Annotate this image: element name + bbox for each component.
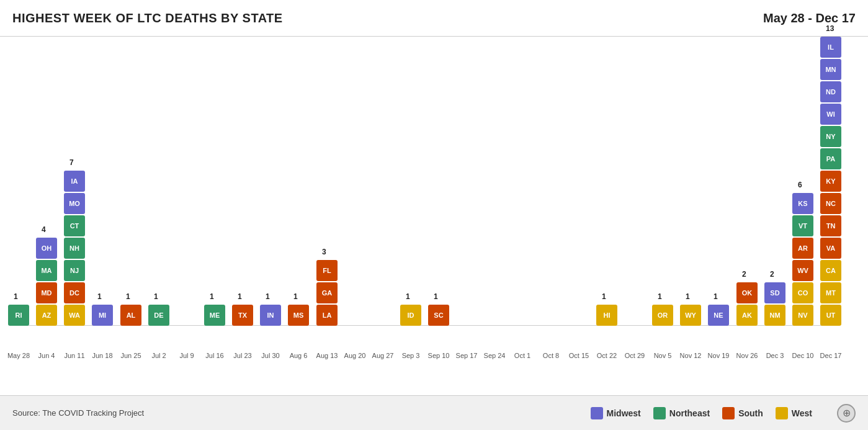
x-label-nov26: Nov 26 bbox=[736, 352, 758, 359]
state-block-ms: MS bbox=[288, 305, 309, 326]
count-label-sep10: 1 bbox=[434, 292, 438, 301]
state-block-pa: PA bbox=[820, 148, 841, 169]
count-label-jun25: 1 bbox=[126, 292, 130, 301]
count-label-dec17: 13 bbox=[826, 24, 834, 33]
x-label-nov5: Nov 5 bbox=[654, 352, 672, 359]
count-label-aug6: 1 bbox=[293, 292, 298, 301]
x-label-may28: May 28 bbox=[7, 352, 30, 359]
state-block-mi: MI bbox=[92, 305, 113, 326]
count-label-jun4: 4 bbox=[42, 225, 46, 234]
count-label-dec10: 6 bbox=[798, 181, 802, 189]
count-label-nov19: 1 bbox=[714, 292, 718, 301]
count-label-nov5: 1 bbox=[658, 292, 662, 301]
northeast-label: Northeast bbox=[669, 408, 710, 418]
state-block-ga: GA bbox=[316, 282, 338, 303]
count-label-jul16: 1 bbox=[210, 292, 214, 301]
x-label-nov12: Nov 12 bbox=[680, 352, 702, 359]
state-block-ok: OK bbox=[736, 282, 758, 303]
header-row: HIGHEST WEEK OF LTC DEATHS BY STATE May … bbox=[12, 11, 856, 25]
state-block-mt: MT bbox=[820, 282, 841, 303]
count-label-may28: 1 bbox=[14, 292, 18, 301]
state-block-ia: IA bbox=[64, 171, 85, 192]
state-block-ne: NE bbox=[708, 305, 729, 326]
state-block-ri: RI bbox=[8, 305, 29, 326]
state-block-vt: VT bbox=[792, 215, 813, 236]
state-block-co: CO bbox=[792, 282, 813, 303]
state-block-me: ME bbox=[204, 305, 225, 326]
state-block-ut: UT bbox=[820, 305, 841, 326]
x-label-jun25: Jun 25 bbox=[120, 352, 141, 359]
state-block-nm: NM bbox=[764, 305, 785, 326]
count-label-jun18: 1 bbox=[97, 292, 102, 301]
chart-container: HIGHEST WEEK OF LTC DEATHS BY STATE May … bbox=[0, 0, 868, 430]
count-label-nov26: 2 bbox=[742, 270, 746, 279]
x-label-sep24: Sep 24 bbox=[484, 352, 506, 359]
legend-item-northeast: Northeast bbox=[653, 407, 710, 419]
x-label-nov19: Nov 19 bbox=[708, 352, 730, 359]
chart-title: HIGHEST WEEK OF LTC DEATHS BY STATE bbox=[12, 11, 283, 25]
west-swatch bbox=[776, 407, 788, 419]
x-label-oct8: Oct 8 bbox=[543, 352, 559, 359]
state-block-wy: WY bbox=[680, 305, 701, 326]
state-block-wi: WI bbox=[820, 104, 841, 125]
state-block-nv: NV bbox=[792, 305, 813, 326]
midwest-label: Midwest bbox=[607, 408, 641, 418]
x-label-jul16: Jul 16 bbox=[205, 352, 223, 359]
state-block-la: LA bbox=[316, 305, 338, 326]
x-label-aug20: Aug 20 bbox=[344, 352, 366, 359]
state-block-wa: WA bbox=[64, 305, 85, 326]
count-label-jul2: 1 bbox=[154, 292, 158, 301]
state-block-wv: WV bbox=[792, 260, 813, 281]
state-block-ky: KY bbox=[820, 171, 841, 192]
x-label-jun11: Jun 11 bbox=[64, 352, 84, 359]
state-block-de: DE bbox=[148, 305, 169, 326]
x-label-jun18: Jun 18 bbox=[92, 352, 112, 359]
x-label-dec17: Dec 17 bbox=[820, 352, 842, 359]
state-block-al: AL bbox=[120, 305, 141, 326]
midwest-swatch bbox=[591, 407, 603, 419]
x-label-sep10: Sep 10 bbox=[428, 352, 450, 359]
state-block-sd: SD bbox=[764, 282, 785, 303]
state-block-mn: MN bbox=[820, 59, 841, 80]
state-block-az: AZ bbox=[36, 305, 57, 326]
state-block-oh: OH bbox=[36, 238, 57, 259]
state-block-id: ID bbox=[400, 305, 421, 326]
count-label-oct22: 1 bbox=[602, 292, 606, 301]
state-block-mo: MO bbox=[64, 193, 85, 214]
count-label-nov12: 1 bbox=[686, 292, 690, 301]
x-label-sep3: Sep 3 bbox=[402, 352, 420, 359]
x-label-oct1: Oct 1 bbox=[514, 352, 530, 359]
state-block-nd: ND bbox=[820, 81, 841, 102]
state-block-sc: SC bbox=[428, 305, 449, 326]
state-block-hi: HI bbox=[596, 305, 617, 326]
count-label-jul23: 1 bbox=[238, 292, 242, 301]
south-label: South bbox=[738, 408, 763, 418]
west-label: West bbox=[792, 408, 812, 418]
state-block-tn: TN bbox=[820, 215, 841, 236]
x-label-dec3: Dec 3 bbox=[766, 352, 784, 359]
state-block-dc: DC bbox=[64, 282, 85, 303]
count-label-jun11: 7 bbox=[69, 158, 74, 167]
x-label-aug6: Aug 6 bbox=[290, 352, 308, 359]
state-block-tx: TX bbox=[232, 305, 253, 326]
x-label-jun4: Jun 4 bbox=[38, 352, 55, 359]
state-block-il: IL bbox=[820, 37, 841, 58]
source-text: Source: The COVID Tracking Project bbox=[12, 408, 591, 418]
state-block-ar: AR bbox=[792, 238, 813, 259]
state-block-ak: AK bbox=[736, 305, 758, 326]
legend-item-west: West bbox=[776, 407, 812, 419]
state-block-md: MD bbox=[36, 282, 57, 303]
x-label-dec10: Dec 10 bbox=[792, 352, 814, 359]
count-label-dec3: 2 bbox=[770, 270, 774, 279]
state-block-ks: KS bbox=[792, 193, 813, 214]
legend-item-midwest: Midwest bbox=[591, 407, 641, 419]
count-label-sep3: 1 bbox=[406, 292, 410, 301]
x-label-jul2: Jul 2 bbox=[151, 352, 166, 359]
chart-area: May 28Jun 4Jun 11Jun 18Jun 25Jul 2Jul 9J… bbox=[12, 32, 856, 361]
x-label-oct15: Oct 15 bbox=[569, 352, 589, 359]
northeast-swatch bbox=[653, 407, 666, 419]
x-label-jul23: Jul 23 bbox=[233, 352, 251, 359]
x-label-sep17: Sep 17 bbox=[456, 352, 478, 359]
state-block-fl: FL bbox=[316, 260, 338, 281]
count-label-jul30: 1 bbox=[266, 292, 270, 301]
